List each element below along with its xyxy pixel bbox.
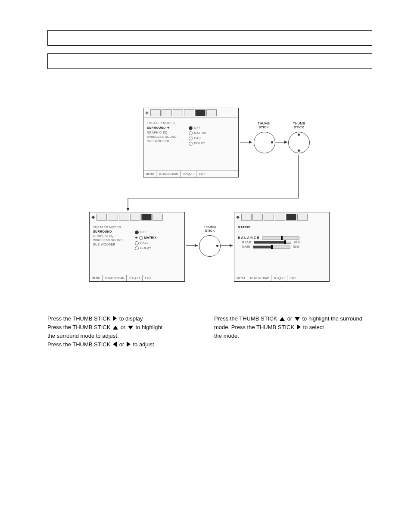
radio-off-icon — [135, 246, 139, 250]
audio-icon — [184, 109, 194, 116]
triangle-down-icon — [128, 326, 133, 330]
option: DOLBY — [135, 246, 165, 250]
footer-menu: MENU — [143, 171, 156, 177]
footer-menubar: TO MENU BAR — [156, 171, 181, 177]
option: OFF — [135, 230, 165, 234]
triangle-up-icon — [280, 317, 285, 321]
instr-fragment: Press the THUMB STICK — [47, 315, 112, 322]
audio-icon — [275, 214, 285, 221]
instr-fragment: or — [119, 341, 126, 348]
instr-fragment: or — [121, 324, 127, 330]
option: HALL — [189, 137, 219, 140]
osd-body-3: MATRIX B A L A N C E REAR 87% MAIN 50% — [234, 222, 329, 253]
instr-fragment: mode. Press the THUMB STICK — [214, 324, 296, 330]
rear-bar — [254, 241, 291, 244]
option: ➔MATRIX — [135, 236, 165, 240]
menu-item: GRAPHIC EQ. — [147, 131, 188, 134]
instruction-text: Press the THUMB STICK to display Press t… — [47, 314, 372, 349]
menu-item: WIRELESS SOUND — [147, 135, 188, 138]
triangle-right-icon — [113, 316, 117, 321]
balance-main: MAIN 50% — [238, 245, 326, 249]
menu-item: SUB WOOFER — [93, 243, 134, 246]
menu-item: WIRELESS SOUND — [93, 239, 134, 242]
dot-down-icon — [298, 149, 300, 152]
info-icon — [297, 214, 308, 221]
dot-up-icon — [298, 134, 300, 136]
footer-exit: EXIT — [287, 275, 298, 281]
menu-heading: THEATER MODES — [93, 226, 134, 229]
footer-exit: EXIT — [143, 275, 153, 281]
dot-right-icon — [216, 245, 218, 247]
menu-item: SURROUND — [93, 230, 134, 233]
theater-icon — [141, 214, 152, 221]
instr-fragment: the surround mode to adjust. — [47, 333, 119, 339]
thumbstick-right — [254, 132, 275, 153]
instr-fragment: Press the THUMB STICK — [214, 315, 279, 322]
custom-icon — [252, 214, 263, 221]
info-icon — [153, 214, 163, 221]
move-icon: ✥ — [145, 111, 149, 115]
mode-title: MATRIX — [238, 226, 326, 229]
menu-bar-1: ✥ — [143, 108, 238, 118]
video-icon — [119, 214, 129, 221]
footer-menubar: TO MENU BAR — [247, 275, 271, 281]
rear-pct: 87% — [294, 241, 300, 244]
info-icon — [206, 109, 217, 116]
footer-menu: MENU — [234, 275, 247, 281]
setup-icon — [97, 214, 107, 221]
radio-on-icon — [189, 126, 193, 130]
osd-screen-2: ✥ THEATER MODES SURROUND GRAPHIC EQ. WIR… — [89, 212, 185, 282]
footer-quit: TO QUIT — [181, 171, 196, 177]
footer-menubar: TO MENU BAR — [103, 275, 127, 281]
radio-off-icon — [135, 241, 139, 245]
thumbstick-label: THUMB STICK — [199, 225, 221, 233]
instr-fragment: to adjust — [133, 341, 154, 348]
instr-fragment: to display — [119, 315, 143, 322]
instr-fragment: Press the THUMB STICK — [47, 324, 112, 330]
instr-fragment: to highlight — [135, 324, 162, 330]
menu-item: SURROUND ➔ — [147, 126, 188, 130]
radio-off-icon — [189, 137, 193, 140]
triangle-down-icon — [295, 317, 300, 321]
custom-icon — [162, 109, 172, 116]
triangle-right-icon — [127, 342, 131, 347]
thumbstick-label: THUMB STICK — [253, 121, 274, 129]
osd-footer: MENU TO MENU BAR TO QUIT EXIT — [90, 275, 184, 281]
triangle-left-icon — [113, 342, 117, 347]
video-icon — [173, 109, 183, 116]
thumbstick-label: THUMB STICK — [288, 121, 310, 129]
balance-master-bar — [262, 236, 299, 240]
menu-bar-3: ✥ — [234, 212, 329, 222]
footer-quit: TO QUIT — [271, 275, 287, 281]
footer-exit: EXIT — [196, 171, 207, 177]
radio-off-icon — [139, 236, 143, 240]
setup-icon — [241, 214, 252, 221]
instr-fragment: the mode. — [214, 333, 239, 339]
radio-off-icon — [189, 131, 193, 135]
page: ✥ THEATER MODES SURROUND ➔ GRAPHIC EQ. W… — [0, 0, 411, 532]
thumbstick-right-2 — [199, 235, 221, 257]
balance-rear: REAR 87% — [238, 241, 326, 244]
audio-icon — [130, 214, 140, 221]
flow-diagram: ✥ THEATER MODES SURROUND ➔ GRAPHIC EQ. W… — [89, 112, 330, 297]
option: HALL — [135, 241, 165, 245]
osd-body-2: THEATER MODES SURROUND GRAPHIC EQ. WIREL… — [90, 222, 184, 255]
main-pct: 50% — [293, 245, 299, 248]
subtitle-outline-box — [47, 53, 372, 69]
osd-footer: MENU TO MENU BAR TO QUIT EXIT — [143, 171, 238, 177]
radio-on-icon — [135, 230, 139, 234]
option: MATRIX — [189, 131, 219, 135]
osd-body-1: THEATER MODES SURROUND ➔ GRAPHIC EQ. WIR… — [143, 118, 238, 150]
osd-screen-1: ✥ THEATER MODES SURROUND ➔ GRAPHIC EQ. W… — [143, 108, 239, 177]
move-icon: ✥ — [91, 215, 95, 220]
menu-heading: THEATER MODES — [147, 121, 188, 124]
arrow-right-icon: ➔ — [135, 236, 138, 240]
theater-icon — [195, 109, 206, 116]
instr-fragment: or — [287, 315, 294, 322]
setup-icon — [150, 109, 161, 116]
arrow-right-icon: ➔ — [167, 126, 170, 130]
footer-menu: MENU — [90, 275, 103, 281]
instr-fragment: Press the THUMB STICK — [47, 341, 112, 348]
theater-icon — [286, 214, 296, 221]
thumbstick-updown — [288, 132, 310, 153]
